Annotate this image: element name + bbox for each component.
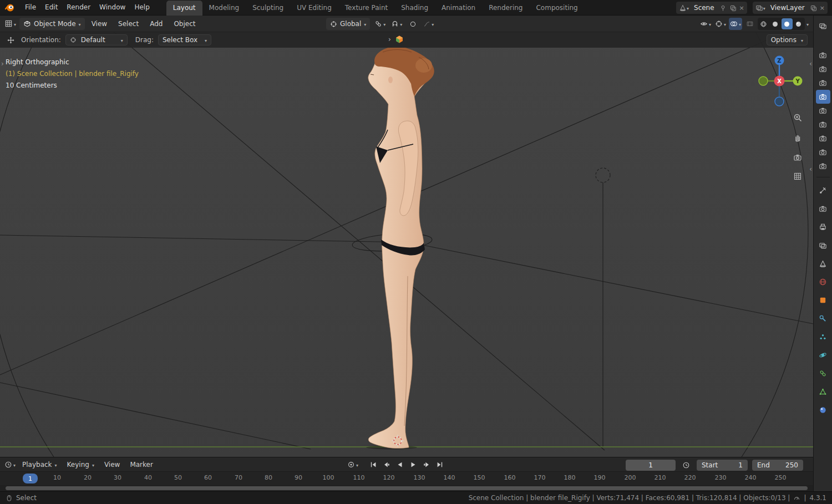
timeline-scrollbar-thumb[interactable] [6, 486, 808, 490]
jump-end-button[interactable] [434, 459, 446, 471]
menu-object[interactable]: Object [169, 16, 200, 32]
snap-pair-button[interactable] [373, 18, 387, 30]
outliner-camera-icon[interactable] [816, 145, 830, 159]
collapsed-panel-crumb[interactable]: › [388, 35, 404, 44]
properties-tab-output[interactable] [816, 218, 830, 236]
menu-edit[interactable]: Edit [40, 0, 62, 15]
navigation-gizmo[interactable]: Z Y X [756, 55, 803, 106]
viewlayer-browse-icon[interactable] [755, 4, 765, 12]
tab-rendering[interactable]: Rendering [482, 1, 529, 16]
pin-icon[interactable] [719, 4, 727, 12]
gizmos-dropdown[interactable] [714, 18, 727, 30]
play-reverse-button[interactable] [394, 459, 406, 471]
start-frame-field[interactable]: Start 1 [697, 460, 748, 471]
menu-render[interactable]: Render [62, 0, 95, 15]
orientation-setting-dropdown[interactable]: Default [65, 34, 128, 45]
shading-wireframe-button[interactable] [758, 18, 769, 29]
keying-menu[interactable]: Keying [63, 461, 99, 469]
menu-add[interactable]: Add [145, 16, 167, 32]
frame-ruler[interactable]: 1 10 20 30 40 50 60 70 80 90 100 110 120… [0, 472, 813, 485]
outliner-camera-icon-active[interactable] [816, 90, 830, 104]
tab-modeling[interactable]: Modeling [202, 1, 246, 16]
tab-texture-paint[interactable]: Texture Paint [338, 1, 394, 16]
shading-rendered-button[interactable] [793, 18, 804, 29]
orientation-dropdown[interactable]: Global [326, 18, 370, 30]
outliner-camera-icon[interactable] [816, 131, 830, 145]
menu-help[interactable]: Help [130, 0, 154, 15]
outliner-camera-icon[interactable] [816, 48, 830, 62]
tab-compositing[interactable]: Compositing [529, 1, 584, 16]
scene-name[interactable]: Scene [692, 4, 717, 12]
mode-dropdown[interactable]: Object Mode [19, 18, 85, 30]
autokey-button[interactable] [346, 459, 359, 471]
add-viewlayer-icon[interactable] [810, 4, 817, 12]
marker-menu[interactable]: Marker [125, 461, 157, 469]
drag-setting-dropdown[interactable]: Select Box [158, 34, 211, 45]
playback-menu[interactable]: Playback [18, 461, 62, 469]
tab-layout[interactable]: Layout [166, 1, 202, 16]
unlink-scene-icon[interactable]: × [739, 4, 744, 12]
properties-tab-physics[interactable] [816, 346, 830, 364]
properties-tab-particles[interactable] [816, 328, 830, 346]
outliner-camera-icon[interactable] [816, 104, 830, 118]
properties-tab-material[interactable] [816, 401, 830, 419]
viewport-3d[interactable]: Object Mode View Select Add Object Globa… [0, 16, 813, 457]
zoom-button[interactable] [791, 111, 804, 124]
region-expand-arrow[interactable]: ‹ [809, 165, 812, 173]
tab-sculpting[interactable]: Sculpting [246, 1, 290, 16]
gizmo-y-neg-axis[interactable] [759, 77, 768, 85]
tab-animation[interactable]: Animation [435, 1, 482, 16]
proportional-edit-button[interactable] [407, 18, 419, 30]
tab-uv-editing[interactable]: UV Editing [290, 1, 338, 16]
menu-view[interactable]: View [87, 16, 111, 32]
prev-keyframe-button[interactable] [381, 459, 393, 471]
outliner-camera-icon[interactable] [816, 62, 830, 76]
shading-solid-button[interactable] [770, 18, 781, 29]
character-model[interactable] [368, 47, 434, 448]
sidebar-expand-arrow[interactable]: ‹ [809, 60, 812, 68]
xray-toggle[interactable] [744, 18, 756, 30]
next-keyframe-button[interactable] [420, 459, 433, 471]
properties-tab-tool[interactable] [816, 181, 830, 200]
shading-material-button[interactable] [782, 18, 793, 29]
blender-logo-icon[interactable] [4, 2, 15, 13]
preview-range-button[interactable] [680, 459, 692, 471]
editor-type-button[interactable] [3, 18, 17, 30]
menu-file[interactable]: File [21, 0, 40, 15]
properties-tab-modifiers[interactable] [816, 309, 830, 328]
menu-window[interactable]: Window [95, 0, 130, 15]
snap-toggle-button[interactable] [390, 18, 403, 30]
shading-dropdown[interactable] [806, 20, 809, 28]
falloff-dropdown[interactable] [422, 18, 435, 30]
ortho-grid-button[interactable] [791, 170, 804, 183]
end-frame-field[interactable]: End 250 [752, 460, 803, 471]
properties-tab-object[interactable] [816, 291, 830, 309]
active-tool-button[interactable] [4, 34, 17, 46]
properties-tab-world[interactable] [816, 273, 830, 291]
pan-hand-button[interactable] [791, 131, 804, 144]
visibility-dropdown[interactable] [699, 18, 712, 30]
tab-shading[interactable]: Shading [394, 1, 435, 16]
timeline-editor-type-button[interactable] [3, 459, 17, 471]
overlays-toggle[interactable] [729, 18, 742, 30]
scene-browse-icon[interactable] [679, 4, 689, 12]
current-frame-field[interactable]: 1 [626, 460, 676, 471]
timeline-view-menu[interactable]: View [100, 461, 124, 469]
properties-tab-viewlayer[interactable] [816, 236, 830, 254]
jump-start-button[interactable] [367, 459, 379, 471]
properties-tab-render[interactable] [816, 200, 830, 218]
strip-filter-icon[interactable] [816, 19, 830, 33]
outliner-camera-icon[interactable] [816, 76, 830, 90]
outliner-camera-icon[interactable] [816, 118, 830, 131]
properties-tab-constraints[interactable] [816, 364, 830, 383]
camera-view-button[interactable] [791, 151, 804, 164]
playhead[interactable]: 1 [23, 474, 38, 483]
toolbar-expand-arrow[interactable]: › [1, 60, 4, 68]
viewlayer-name[interactable]: ViewLayer [768, 4, 807, 12]
menu-select[interactable]: Select [114, 16, 143, 32]
outliner-camera-icon[interactable] [816, 159, 830, 173]
properties-tab-scene[interactable] [816, 254, 830, 273]
duplicate-scene-icon[interactable] [729, 4, 737, 12]
gizmo-z-neg-axis[interactable] [775, 97, 784, 106]
play-button[interactable] [407, 459, 419, 471]
